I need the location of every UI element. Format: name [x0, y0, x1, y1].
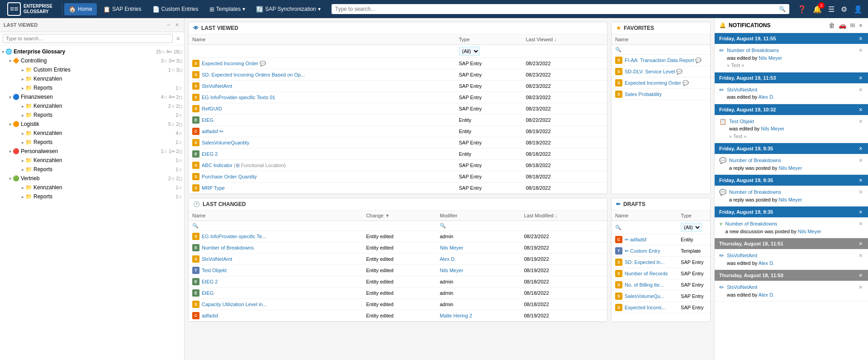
sidebar-search-input[interactable] — [3, 34, 173, 43]
lv-entry-link[interactable]: EtEG — [202, 117, 213, 123]
notif-group-close-button[interactable]: × — [858, 106, 863, 113]
sidebar-item-reports-f[interactable]: ▸ 📁 Reports 2☆ — [20, 110, 184, 120]
dr-filter-type[interactable]: (All) — [677, 221, 710, 234]
lv-entry-link[interactable]: SlsVolNetAmt — [202, 83, 232, 89]
notification-close-button[interactable]: × — [858, 47, 863, 54]
sidebar-list-view-button[interactable]: ≡ — [175, 34, 181, 43]
notif-group-close-button[interactable]: × — [858, 145, 863, 152]
notification-close-button[interactable]: × — [858, 283, 863, 291]
lc-entry-link[interactable]: EtEG — [202, 290, 213, 296]
lc-entry-link[interactable]: SlsVolNetAmt — [202, 256, 232, 262]
sidebar-close-button[interactable]: × — [174, 21, 180, 29]
notif-content-link[interactable]: Test Objekt — [729, 119, 754, 124]
notif-group-close-button[interactable]: × — [858, 240, 863, 247]
sidebar-item-finanzwesen[interactable]: ▾ 🔵 Finanzwesen 4☆ 4✏ 2◻ — [7, 92, 184, 101]
notif-trash-button[interactable]: 🗑 — [828, 21, 836, 30]
lv-col-date[interactable]: Last Viewed ↓ — [522, 34, 607, 45]
nav-templates[interactable]: ⊞ Templates ▾ — [205, 3, 250, 15]
sidebar-item-controlling[interactable]: ▾ 🔶 Controlling 3☆ 3✏ 3◻ — [7, 56, 184, 65]
notification-close-button[interactable]: × — [858, 220, 863, 227]
nav-sap-sync[interactable]: 🔄 SAP Synchronization ▾ — [251, 3, 325, 15]
notification-close-button[interactable]: × — [858, 157, 863, 164]
nav-home[interactable]: 🏠 Home — [64, 3, 97, 15]
notif-group-close-button[interactable]: × — [858, 177, 863, 184]
dr-entry-link[interactable]: No. of Billing Ite... — [625, 282, 664, 288]
lv-entry-link[interactable]: MRP Type — [202, 185, 225, 191]
lv-entry-link[interactable]: RefGUID — [202, 106, 222, 111]
notif-car-button[interactable]: 🚗 — [838, 21, 847, 30]
notif-content-link[interactable]: Number of Breakdowns — [729, 158, 781, 163]
lc-entry-link[interactable]: adfadsf — [202, 313, 218, 318]
fav-entry-link[interactable]: Sales Probability — [625, 91, 662, 97]
notif-mail-button[interactable]: ✉ — [849, 21, 856, 30]
lv-col-type[interactable]: Type — [455, 34, 522, 45]
lv-entry-link[interactable]: Expected Incoming Order — [202, 61, 258, 66]
menu-button[interactable]: ☰ — [826, 3, 836, 15]
dr-entry-link[interactable]: Number of Records — [625, 271, 668, 276]
notification-close-button[interactable]: × — [858, 188, 863, 196]
sidebar-item-kennzahlen-c[interactable]: ▸ 📁 Kennzahlen — [20, 74, 184, 83]
lc-modifier-link[interactable]: Alex D. — [440, 256, 455, 262]
sidebar-collapse-button[interactable]: − — [165, 21, 172, 29]
settings-button[interactable]: ⚙ — [839, 3, 849, 15]
dr-entry-link[interactable]: SD: Expected In... — [625, 259, 665, 265]
lc-entry-link[interactable]: Number of Breakdowns — [202, 245, 254, 250]
sidebar-item-kennzahlen-v[interactable]: ▸ 📁 Kennzahlen 1☆ — [20, 183, 184, 192]
profile-button[interactable]: 👤 — [852, 3, 864, 15]
notif-content-link[interactable]: SlsVolNetAmt — [727, 87, 757, 92]
notif-content-link[interactable]: Number of Breakdowns — [729, 189, 781, 195]
help-button[interactable]: ❓ — [796, 3, 808, 15]
sidebar-item-reports-l[interactable]: ▸ 📁 Reports 1☆ — [20, 138, 184, 147]
notif-group-close-button[interactable]: × — [858, 74, 863, 82]
dr-entry-link[interactable]: Expected Incomi... — [625, 305, 666, 310]
sidebar-item-custom-entries-c[interactable]: ▸ 📁 Custom Entries 1☆ 3◻ — [20, 65, 184, 74]
notif-actor-link[interactable]: Nils Meyer — [761, 126, 784, 131]
lv-entry-link[interactable]: Purchase Order Quantity — [202, 174, 257, 179]
fav-entry-link[interactable]: FI-AA: Transaction Data Report — [625, 58, 694, 63]
sidebar-item-kennzahlen-f[interactable]: ▸ 📁 Kennzahlen 2☆ 2◻ — [20, 101, 184, 110]
notif-actor-link[interactable]: Alex D. — [759, 94, 774, 100]
lv-filter-type[interactable]: (All) — [455, 45, 522, 58]
lc-modifier-link[interactable]: Nils Meyer — [440, 245, 463, 250]
notifications-button[interactable]: 🔔 2 — [811, 3, 824, 15]
sidebar-item-kennzahlen-p[interactable]: ▸ 📁 Kennzahlen 1☆ — [20, 156, 184, 165]
notif-actor-link[interactable]: Nils Meyer — [778, 197, 802, 202]
lc-modifier-link[interactable]: Nils Meyer — [440, 268, 463, 273]
notif-actor-link[interactable]: Nils Meyer — [778, 165, 802, 171]
nav-sap-entries[interactable]: 📋 SAP Entries — [99, 3, 146, 15]
sidebar-item-logistik[interactable]: ▾ 🟠 Logistik 5☆ 2◻ — [7, 120, 184, 129]
dr-entry-link[interactable]: SalesVolumeQu... — [625, 293, 664, 299]
lc-entry-link[interactable]: EtEG 2 — [202, 279, 218, 284]
notif-content-link[interactable]: Number of Breakdowns — [726, 221, 778, 226]
sidebar-item-kennzahlen-l[interactable]: ▸ 📁 Kennzahlen 4☆ — [20, 129, 184, 138]
dr-entry-link[interactable]: Custom Entry — [630, 248, 660, 254]
lc-col-date[interactable]: Last Modified ↓ — [521, 211, 607, 221]
lc-col-change[interactable]: Change ▼ — [362, 211, 436, 221]
notif-group-close-button[interactable]: × — [858, 35, 863, 42]
dr-col-type[interactable]: Type — [677, 211, 710, 221]
notif-content-link[interactable]: Number of Breakdowns — [727, 48, 779, 53]
lv-entry-link[interactable]: SalesVolumeQuantity — [202, 140, 249, 145]
lv-entry-link[interactable]: EG InfoProvider-specific Texts 01 — [202, 95, 275, 100]
dr-entry-link[interactable]: adfadsf — [630, 237, 646, 242]
notif-actor-link[interactable]: Alex D. — [759, 260, 774, 266]
sidebar-item-reports-v[interactable]: ▸ 📁 Reports 1☆ — [20, 192, 184, 201]
sidebar-item-reports-p[interactable]: ▸ 📁 Reports 1☆ — [20, 165, 184, 174]
sidebar-item-enterprise-glossary[interactable]: ▾ 🌐 Enterprise Glossary 15☆ 4✏ 18◻ — [0, 47, 184, 56]
lc-modifier-link[interactable]: Malte Hering 2 — [440, 313, 472, 318]
notif-group-close-button[interactable]: × — [858, 272, 863, 279]
sidebar-item-vertrieb[interactable]: ▾ 🟢 Vertrieb 2☆ 2◻ — [7, 174, 184, 183]
lv-entry-link[interactable]: adfadsf — [202, 129, 218, 134]
notification-close-button[interactable]: × — [858, 86, 863, 93]
fav-entry-link[interactable]: Expected Incoming Order — [625, 80, 681, 86]
search-input[interactable] — [335, 6, 776, 12]
lc-entry-link[interactable]: EG InfoProvider-specific Te... — [202, 234, 266, 239]
lc-entry-link[interactable]: Capacity Utilization Level in... — [202, 302, 267, 307]
notif-actor-link[interactable]: Alex D. — [759, 292, 774, 298]
lc-entry-link[interactable]: Test Objekt — [202, 268, 227, 273]
lv-type-filter-select[interactable]: (All) — [459, 47, 480, 56]
notification-close-button[interactable]: × — [858, 252, 863, 259]
dr-type-filter-select[interactable]: (All) — [681, 223, 702, 232]
notif-group-close-button[interactable]: × — [858, 208, 863, 216]
sidebar-item-personalwesen[interactable]: ▾ 🔴 Personalwesen 1☆ 1✏ 2◻ — [7, 147, 184, 156]
